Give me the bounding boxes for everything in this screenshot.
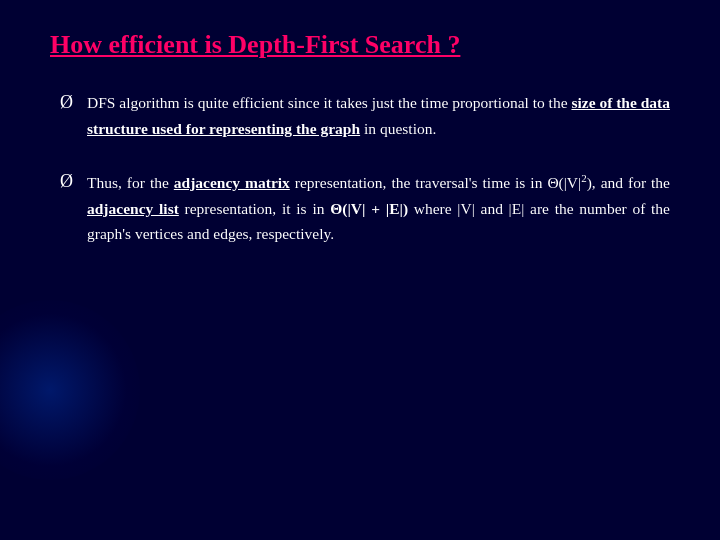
bullet-item-2: Ø Thus, for the adjacency matrix represe… <box>50 169 670 247</box>
emphasis-adjacency-list: adjacency list <box>87 200 179 217</box>
emphasis-adjacency-matrix: adjacency matrix <box>174 174 290 191</box>
bullet-item-1: Ø DFS algorithm is quite efficient since… <box>50 90 670 141</box>
bullet-text-1: DFS algorithm is quite efficient since i… <box>87 90 670 141</box>
superscript-2: 2 <box>581 172 587 184</box>
bullet-text-2: Thus, for the adjacency matrix represent… <box>87 169 670 247</box>
bullet-marker-1: Ø <box>60 92 73 113</box>
emphasis-theta: Θ(|V| + |E|) <box>330 200 408 217</box>
emphasis-size: size of the data structure used for repr… <box>87 94 670 137</box>
decorative-circle <box>0 300 140 480</box>
page-title: How efficient is Depth-First Search ? <box>50 30 670 60</box>
bullet-marker-2: Ø <box>60 171 73 192</box>
